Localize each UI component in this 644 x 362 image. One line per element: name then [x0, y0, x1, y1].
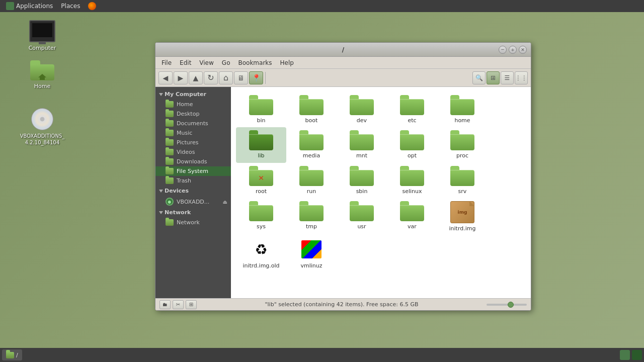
back-button[interactable]: ◀ [158, 71, 173, 84]
bottom-right-1[interactable] [620, 350, 630, 360]
filesystem-sidebar-label: File System [177, 168, 208, 174]
home-sidebar-label: Home [177, 101, 193, 108]
computer-button[interactable]: 🖥 [234, 71, 248, 84]
up-button[interactable]: ▲ [189, 71, 203, 84]
status-btn-2[interactable]: ✂ [173, 300, 184, 309]
file-label-dev: dev [357, 117, 367, 124]
file-item-mnt[interactable]: mnt [337, 127, 387, 162]
minimize-button[interactable]: ─ [499, 46, 507, 54]
file-item-opt[interactable]: opt [387, 127, 437, 162]
forward-button[interactable]: ▶ [174, 71, 188, 84]
taskbar-file-manager[interactable]: / [2, 349, 22, 360]
file-item-tmp[interactable]: tmp [286, 198, 337, 235]
file-label-usr: usr [357, 223, 366, 230]
file-label-mnt: mnt [356, 152, 367, 159]
network-sidebar-label: Network [177, 219, 200, 226]
home-desktop-icon[interactable]: Home [22, 60, 62, 90]
sidebar-item-trash[interactable]: Trash [155, 176, 231, 186]
file-menu[interactable]: File [157, 58, 176, 67]
eject-button[interactable]: ⏏ [221, 199, 229, 205]
file-item-sys[interactable]: sys [236, 198, 286, 235]
folder-body [299, 205, 324, 221]
folder-tab [350, 130, 359, 134]
sidebar-item-videos[interactable]: Videos [155, 147, 231, 157]
close-button[interactable]: ✕ [519, 46, 527, 54]
network-section[interactable]: Network [155, 207, 231, 218]
file-item-selinux[interactable]: selinux [387, 163, 437, 198]
sidebar-item-documents[interactable]: Documents [155, 119, 231, 128]
sidebar-item-pictures[interactable]: Pictures [155, 138, 231, 147]
zoom-slider[interactable] [487, 304, 527, 306]
file-item-root[interactable]: root [236, 163, 286, 198]
folder-tab [350, 166, 359, 170]
refresh-button[interactable]: ↻ [204, 71, 218, 84]
sidebar-item-home[interactable]: Home [155, 100, 231, 109]
sidebar-item-vboxadd[interactable]: ● VBOXADD... ⏏ [155, 196, 231, 207]
file-item-usr[interactable]: usr [337, 198, 387, 235]
file-item-media[interactable]: media [286, 127, 337, 162]
dvd-desktop-icon[interactable]: VBOXADDITIONS_ 4.2.10_84104 [22, 108, 62, 146]
search-button[interactable]: 🔍 [472, 71, 486, 84]
sidebar-item-filesystem[interactable]: File System [155, 166, 231, 176]
desktop-sidebar-icon [166, 111, 174, 117]
pictures-sidebar-label: Pictures [177, 139, 199, 146]
file-item-lib[interactable]: lib [236, 127, 286, 162]
file-label-var: var [408, 223, 417, 230]
file-item-vmlinuz[interactable]: vmlinuz [286, 235, 337, 273]
firefox-launcher[interactable] [84, 1, 100, 11]
bookmarks-menu[interactable]: Bookmarks [234, 58, 276, 67]
menu-bar: File Edit View Go Bookmarks Help [155, 57, 531, 69]
folder-tab [400, 130, 409, 134]
folder-body [350, 205, 374, 221]
my-computer-section[interactable]: My Computer [155, 89, 231, 100]
videos-sidebar-label: Videos [177, 149, 195, 155]
file-item-etc[interactable]: etc [387, 92, 437, 127]
maximize-button[interactable]: + [509, 46, 517, 54]
folder-icon-root [249, 166, 273, 186]
file-item-bin[interactable]: bin [236, 92, 286, 127]
file-item-var[interactable]: var [387, 198, 437, 235]
list-view-button[interactable]: ☰ [501, 71, 514, 84]
places-menu[interactable]: Places [57, 2, 84, 11]
status-btn-3[interactable]: ⊞ [186, 300, 197, 309]
sidebar-item-network[interactable]: Network [155, 218, 231, 227]
view-menu[interactable]: View [195, 58, 217, 67]
devices-label: Devices [165, 188, 189, 194]
file-item-sbin[interactable]: sbin [337, 163, 387, 198]
applications-menu[interactable]: Applications [2, 1, 57, 11]
file-item-initrd.img[interactable]: imginitrd.img [437, 198, 488, 235]
file-item-srv[interactable]: srv [437, 163, 488, 198]
folder-tab [450, 130, 459, 134]
sidebar-item-downloads[interactable]: Downloads [155, 157, 231, 166]
help-menu[interactable]: Help [276, 58, 298, 67]
folder-tab [450, 95, 459, 99]
edit-menu[interactable]: Edit [176, 58, 195, 67]
sidebar-item-desktop[interactable]: Desktop [155, 109, 231, 119]
file-item-run[interactable]: run [286, 163, 337, 198]
file-item-boot[interactable]: boot [286, 92, 337, 127]
folder-icon-proc [450, 130, 474, 150]
home-button[interactable]: ⌂ [219, 71, 233, 84]
pictures-sidebar-icon [166, 139, 174, 146]
bottom-taskbar: / [0, 348, 644, 362]
folder-tab [350, 201, 359, 205]
folder-tab [249, 166, 258, 170]
zoom-slider-handle[interactable] [508, 302, 514, 308]
folder-tab [249, 130, 258, 134]
sidebar-item-music[interactable]: Music [155, 128, 231, 138]
location-bar-toggle[interactable]: 📍 [249, 71, 263, 84]
icon-view-button[interactable]: ⊞ [487, 71, 500, 84]
file-item-proc[interactable]: proc [437, 127, 488, 162]
folder-body [400, 205, 424, 221]
go-menu[interactable]: Go [218, 58, 234, 67]
devices-section[interactable]: Devices [155, 186, 231, 196]
compact-view-button[interactable]: ⋮⋮ [515, 71, 528, 84]
folder-icon-srv [450, 166, 474, 186]
status-btn-1[interactable]: 🖿 [159, 300, 171, 309]
computer-desktop-icon[interactable]: Computer [22, 20, 62, 52]
file-item-home[interactable]: home [437, 92, 488, 127]
bottom-right-2[interactable] [632, 350, 642, 360]
file-item-initrd.img.old[interactable]: ♻initrd.img.old [236, 235, 286, 273]
folder-body [249, 99, 273, 115]
file-item-dev[interactable]: dev [337, 92, 387, 127]
